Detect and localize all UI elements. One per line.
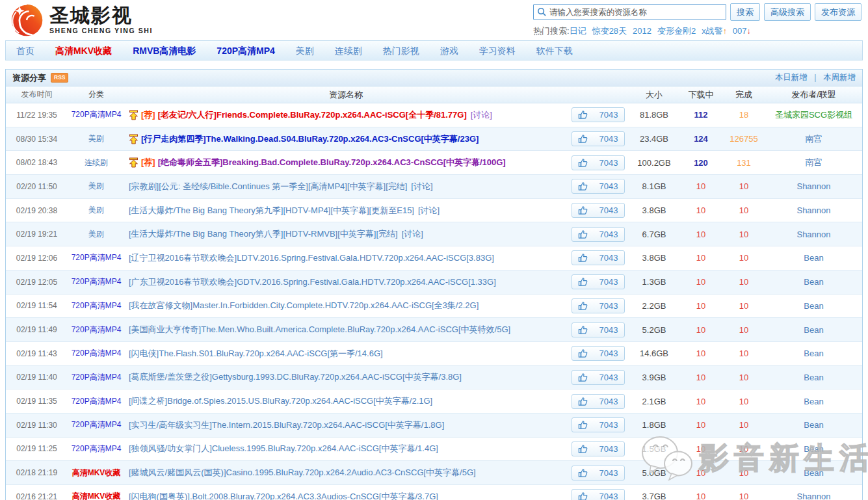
like-button[interactable]: 7043 bbox=[572, 370, 625, 385]
like-button[interactable]: 7043 bbox=[572, 298, 625, 313]
hot-search-link[interactable]: 日记 bbox=[570, 26, 586, 36]
publisher-link[interactable]: 圣城家园SCG影视组 bbox=[775, 110, 852, 120]
category-link[interactable]: 720P高清MP4 bbox=[72, 373, 122, 382]
category-link[interactable]: 720P高清MP4 bbox=[72, 397, 122, 406]
hot-search-link[interactable]: 惊变28天 bbox=[592, 26, 627, 36]
size-value: 100.2GB bbox=[629, 158, 679, 168]
discuss-link[interactable]: [讨论] bbox=[471, 109, 492, 121]
publisher-link[interactable]: Bean bbox=[804, 349, 823, 358]
publisher-link[interactable]: Shannon bbox=[796, 181, 830, 191]
resource-title-link[interactable]: [间谍之桥]Bridge.of.Spies.2015.US.BluRay.720… bbox=[129, 395, 432, 407]
category-link[interactable]: 720P高清MP4 bbox=[72, 253, 122, 262]
category-link[interactable]: 美剧 bbox=[88, 205, 104, 215]
publisher-link[interactable]: Shannon bbox=[796, 230, 830, 239]
size-value: 8.1GB bbox=[629, 181, 679, 191]
category-link[interactable]: 720P高清MP4 bbox=[72, 325, 122, 334]
like-button[interactable]: 7043 bbox=[572, 346, 625, 361]
like-button[interactable]: 7043 bbox=[572, 489, 625, 500]
like-button[interactable]: 7043 bbox=[572, 250, 625, 265]
like-button[interactable]: 7043 bbox=[572, 394, 625, 409]
like-button[interactable]: 7043 bbox=[572, 466, 625, 480]
like-button[interactable]: 7043 bbox=[572, 155, 625, 170]
like-button[interactable]: 7043 bbox=[572, 322, 625, 337]
category-link[interactable]: 720P高清MP4 bbox=[72, 277, 122, 286]
resource-title-link[interactable]: [葛底斯堡/盖茨堡之役]Gettysburg.1993.DC.BluRay.72… bbox=[129, 371, 462, 383]
publisher-link[interactable]: Bean bbox=[804, 397, 823, 406]
resource-title-link[interactable]: [美国商业大亨传奇]The.Men.Who.Built.America.Comp… bbox=[129, 324, 510, 336]
nav-item[interactable]: 热门影视 bbox=[373, 42, 430, 60]
nav-item[interactable]: 美剧 bbox=[285, 42, 324, 60]
publisher-link[interactable]: Bean bbox=[804, 444, 823, 454]
publisher-link[interactable]: Shannon bbox=[796, 492, 830, 500]
resource-title-link[interactable]: [我在故宫修文物]Master.In.Forbidden.City.Comple… bbox=[129, 300, 479, 311]
resource-title-link[interactable]: [绝命毒师全五季]Breaking.Bad.Complete.BluRay.72… bbox=[158, 157, 506, 168]
publisher-link[interactable]: 南宫 bbox=[806, 157, 822, 167]
resource-title-link[interactable]: [实习生/高年级实习生]The.Intern.2015.BluRay.720p.… bbox=[129, 419, 444, 431]
nav-item[interactable]: 连续剧 bbox=[324, 42, 373, 60]
resource-title-link[interactable]: [广东卫视2016春节联欢晚会]GDTV.2016.Spring.Festiva… bbox=[129, 276, 496, 288]
search-input[interactable] bbox=[533, 4, 726, 20]
category-link[interactable]: 美剧 bbox=[88, 134, 104, 143]
category-link[interactable]: 美剧 bbox=[88, 181, 104, 191]
category-link[interactable]: 高清MKV收藏 bbox=[72, 492, 121, 500]
table-row: 08/02 18:43 连续剧 [荐] [绝命毒师全五季]Breaking.Ba… bbox=[6, 151, 862, 175]
nav-item[interactable]: 学习资料 bbox=[469, 42, 526, 60]
discuss-link[interactable]: [讨论] bbox=[418, 205, 440, 217]
publisher-link[interactable]: Bean bbox=[804, 373, 823, 382]
category-link[interactable]: 连续剧 bbox=[85, 158, 108, 167]
publisher-link[interactable]: Bean bbox=[804, 277, 823, 287]
category-link[interactable]: 720P高清MP4 bbox=[72, 110, 122, 119]
resource-title-link[interactable]: [行尸走肉第四季]The.Walking.Dead.S04.BluRay.720… bbox=[141, 133, 479, 145]
like-button[interactable]: 7043 bbox=[572, 274, 625, 289]
like-button[interactable]: 7043 bbox=[572, 227, 625, 242]
search-button[interactable]: 搜索 bbox=[730, 3, 760, 21]
resource-title-link[interactable]: [生活大爆炸/The Big Bang Theory第八季][HDTV-RMVB… bbox=[129, 228, 398, 240]
site-logo[interactable]: 圣城影视 SHENG CHENG YING SHI bbox=[9, 3, 153, 38]
publish-resource-button[interactable]: 发布资源 bbox=[815, 3, 861, 21]
hot-search-link[interactable]: 变形金刚2 bbox=[657, 26, 696, 36]
category-link[interactable]: 720P高清MP4 bbox=[72, 444, 122, 453]
like-button[interactable]: 7043 bbox=[572, 179, 625, 194]
resource-title-link[interactable]: [生活大爆炸/The Big Bang Theory第九季][HDTV-MP4]… bbox=[129, 205, 414, 217]
publisher-link[interactable]: Bean bbox=[804, 420, 823, 430]
hot-search-link[interactable]: 2012 bbox=[633, 26, 651, 36]
publisher-link[interactable]: Bean bbox=[804, 253, 823, 263]
publisher-link[interactable]: Bean bbox=[804, 301, 823, 311]
publisher-link[interactable]: Bean bbox=[804, 468, 823, 478]
category-link[interactable]: 美剧 bbox=[88, 230, 104, 239]
like-button[interactable]: 7043 bbox=[572, 417, 625, 432]
hot-search-link[interactable]: 007↓ bbox=[733, 26, 751, 36]
publisher-link[interactable]: Shannon bbox=[796, 205, 830, 215]
publisher-link[interactable]: Bean bbox=[804, 325, 823, 335]
discuss-link[interactable]: [讨论] bbox=[402, 228, 423, 240]
category-link[interactable]: 高清MKV收藏 bbox=[72, 468, 121, 477]
nav-item[interactable]: 720P高清MP4 bbox=[206, 42, 285, 60]
resource-title-link[interactable]: [老友记/六人行]Friends.Complete.BluRay.720p.x2… bbox=[158, 109, 467, 121]
resource-title-link[interactable]: [闪电狗(国粤英)].Bolt.2008.Bluray.720p.x264.AC… bbox=[129, 491, 438, 500]
like-button[interactable]: 7043 bbox=[572, 107, 625, 122]
resource-title-link[interactable]: [独领风骚/叻女掌门人]Clueless.1995.BluRay.720p.x2… bbox=[129, 443, 438, 454]
nav-item[interactable]: RMVB高清电影 bbox=[122, 42, 206, 60]
nav-item[interactable]: 游戏 bbox=[430, 42, 469, 60]
resource-title-link[interactable]: [赌城风云/赌国风云(国英)]Casino.1995.BluRay.720p.x… bbox=[129, 467, 476, 479]
category-link[interactable]: 720P高清MP4 bbox=[72, 301, 122, 310]
rss-icon[interactable]: RSS bbox=[51, 73, 68, 82]
resource-title-link[interactable]: [辽宁卫视2016春节联欢晚会]LDTV.2016.Spring.Festiva… bbox=[129, 252, 494, 264]
nav-item[interactable]: 首页 bbox=[6, 42, 45, 60]
like-button[interactable]: 7043 bbox=[572, 203, 625, 218]
resource-title-link[interactable]: [闪电侠]The.Flash.S01.BluRay.720p.x264.AAC-… bbox=[129, 348, 383, 360]
category-link[interactable]: 720P高清MP4 bbox=[72, 420, 122, 429]
category-link[interactable]: 720P高清MP4 bbox=[72, 349, 122, 358]
nav-item[interactable]: 软件下载 bbox=[526, 42, 583, 60]
week-new-link[interactable]: 本周新增 bbox=[823, 73, 856, 82]
resource-title-link[interactable]: [宗教剧][公元: 圣经续/Bible.Continues 第一季全][高清MP… bbox=[129, 181, 407, 192]
nav-item[interactable]: 高清MKV收藏 bbox=[45, 42, 122, 60]
publish-time: 02/19 11:25 bbox=[6, 444, 68, 453]
discuss-link[interactable]: [讨论] bbox=[411, 181, 432, 192]
publisher-link[interactable]: 南宫 bbox=[806, 134, 822, 144]
like-button[interactable]: 7043 bbox=[572, 131, 625, 146]
today-new-link[interactable]: 本日新增 bbox=[775, 73, 808, 82]
like-button[interactable]: 7043 bbox=[572, 441, 625, 456]
hot-search-link[interactable]: x战警↑ bbox=[702, 26, 727, 36]
advanced-search-button[interactable]: 高级搜索 bbox=[764, 3, 811, 21]
